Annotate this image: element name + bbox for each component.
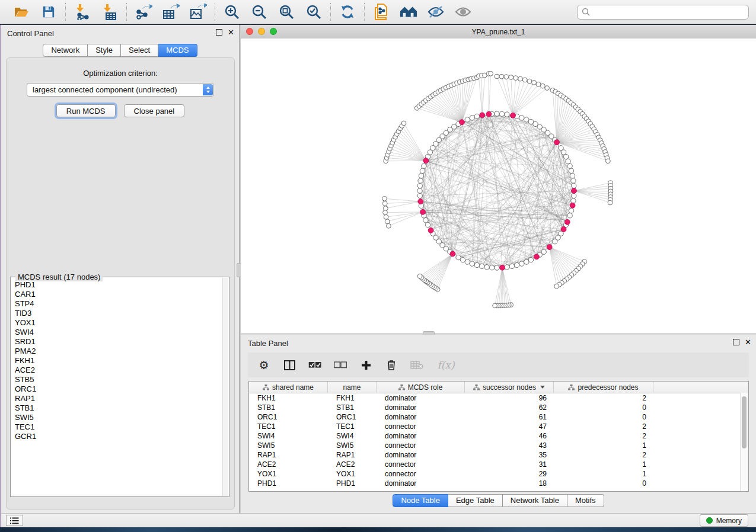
save-icon[interactable]: [40, 3, 58, 21]
column-layout-icon[interactable]: [283, 358, 296, 371]
tab-motifs[interactable]: Motifs: [567, 494, 604, 507]
float-panel-icon[interactable]: [216, 29, 222, 36]
column-type-icon: [263, 384, 269, 390]
table-scrollbar[interactable]: [740, 393, 748, 491]
delete-table-icon[interactable]: [410, 358, 423, 371]
mcds-list-scrollbar[interactable]: [222, 278, 228, 496]
tab-network[interactable]: Network: [43, 44, 88, 57]
network-documents-icon[interactable]: [372, 3, 390, 21]
zoom-fit-icon[interactable]: [277, 3, 295, 21]
task-history-button[interactable]: [6, 515, 23, 526]
table-row[interactable]: RAP1RAP1dominator352: [249, 450, 748, 460]
table-row[interactable]: SWI4SWI4dominator462: [249, 431, 748, 441]
mcds-result-item[interactable]: RAP1: [15, 394, 222, 403]
cell-successor-nodes: 31: [465, 460, 554, 469]
cell-name: ACE2: [328, 460, 377, 469]
column-type-icon: [398, 384, 405, 390]
table-row[interactable]: TEC1TEC1connector472: [249, 422, 748, 431]
column-header-MCDS-role[interactable]: MCDS role: [377, 382, 465, 393]
cell-MCDS-role: connector: [377, 470, 465, 478]
tab-network-table[interactable]: Network Table: [503, 494, 567, 507]
table-row[interactable]: STB1STB1dominator620: [249, 403, 748, 412]
table-scrollbar-thumb[interactable]: [742, 396, 747, 448]
table-row[interactable]: SWI5SWI5connector431: [249, 441, 748, 450]
network-window-titlebar[interactable]: YPA_prune.txt_1: [241, 25, 756, 39]
mcds-result-item[interactable]: ORC1: [15, 384, 222, 394]
application-window: Control Panel ✕ NetworkStyleSelectMCDS O…: [0, 0, 756, 532]
function-builder-icon[interactable]: f(x): [436, 358, 456, 371]
select-all-checkboxes-icon[interactable]: [308, 358, 321, 371]
column-header-name[interactable]: name: [328, 382, 377, 393]
tab-node-table[interactable]: Node Table: [393, 494, 448, 507]
open-folder-icon[interactable]: [12, 3, 30, 21]
mcds-result-item[interactable]: STP4: [15, 299, 222, 309]
tab-mcds[interactable]: MCDS: [158, 44, 197, 57]
column-header-predecessor-nodes[interactable]: predecessor nodes: [554, 382, 653, 393]
export-image-icon[interactable]: [189, 3, 207, 21]
hide-details-eye-icon[interactable]: [427, 3, 445, 21]
mcds-result-item[interactable]: TID3: [15, 309, 222, 318]
table-row[interactable]: YOX1YOX1connector291: [249, 469, 748, 479]
mcds-result-item[interactable]: YOX1: [15, 318, 222, 328]
cell-name: YOX1: [328, 470, 377, 478]
file-group: [5, 3, 65, 21]
table-row[interactable]: PHD1PHD1dominator180: [249, 479, 748, 488]
table-row[interactable]: ACE2ACE2connector311: [249, 460, 748, 469]
search-input[interactable]: [593, 7, 744, 17]
float-table-panel-icon[interactable]: [733, 339, 739, 345]
table-tabs: Node TableEdge TableNetwork TableMotifs: [241, 494, 756, 507]
mcds-result-list[interactable]: PHD1CAR1STP4TID3YOX1SWI4SRD1PMA2FKH1ACE2…: [11, 278, 222, 496]
tab-edge-table[interactable]: Edge Table: [448, 494, 503, 507]
search-box[interactable]: [577, 5, 749, 20]
mcds-result-item[interactable]: ACE2: [15, 366, 222, 375]
close-panel-button[interactable]: Close panel: [124, 104, 185, 117]
import-network-icon[interactable]: [74, 3, 91, 21]
cell-predecessor-nodes: 0: [554, 479, 653, 488]
mcds-result-item[interactable]: STB5: [15, 375, 222, 384]
show-details-eye-icon[interactable]: [454, 3, 472, 21]
table-row[interactable]: ORC1ORC1dominator610: [249, 412, 748, 422]
main-toolbar: [0, 0, 756, 24]
two-houses-icon[interactable]: [400, 3, 417, 21]
criterion-dropdown[interactable]: largest connected component (undirected): [27, 83, 214, 97]
mcds-result-item[interactable]: FKH1: [15, 356, 222, 366]
zoom-selected-icon[interactable]: [305, 3, 323, 21]
mcds-result-item[interactable]: PMA2: [15, 347, 222, 356]
table-row[interactable]: FKH1FKH1dominator962: [249, 393, 748, 403]
column-header-successor-nodes[interactable]: successor nodes: [465, 382, 554, 393]
cell-shared-name: STB1: [249, 403, 328, 412]
close-window-icon[interactable]: [246, 28, 253, 35]
delete-column-icon[interactable]: [385, 358, 398, 371]
add-column-icon[interactable]: [359, 358, 372, 371]
deselect-all-checkboxes-icon[interactable]: [334, 358, 347, 371]
zoom-out-icon[interactable]: [250, 3, 268, 21]
run-mcds-button[interactable]: Run MCDS: [56, 104, 116, 117]
mcds-result-item[interactable]: SWI5: [15, 413, 222, 422]
maximize-window-icon[interactable]: [270, 28, 277, 35]
close-table-panel-icon[interactable]: ✕: [745, 339, 751, 345]
mcds-result-item[interactable]: SWI4: [15, 328, 222, 337]
zoom-in-icon[interactable]: [223, 3, 241, 21]
import-table-icon[interactable]: [101, 3, 119, 21]
refresh-icon[interactable]: [339, 3, 356, 21]
memory-button[interactable]: Memory: [700, 514, 748, 527]
tab-style[interactable]: Style: [88, 44, 121, 57]
gear-icon[interactable]: ⚙: [257, 358, 270, 371]
dropdown-stepper-icon: [203, 84, 213, 95]
export-network-icon[interactable]: [135, 3, 152, 21]
mcds-result-item[interactable]: STB1: [15, 403, 222, 413]
tab-select[interactable]: Select: [121, 44, 158, 57]
export-group: [127, 3, 215, 21]
mcds-result-item[interactable]: SRD1: [15, 337, 222, 347]
mcds-result-item[interactable]: TEC1: [15, 422, 222, 432]
minimize-window-icon[interactable]: [258, 28, 265, 35]
mcds-result-item[interactable]: GCR1: [15, 432, 222, 441]
refresh-group: [331, 3, 364, 21]
mcds-result-item[interactable]: PHD1: [15, 280, 222, 290]
export-table-icon[interactable]: [162, 3, 180, 21]
mcds-result-item[interactable]: CAR1: [15, 290, 222, 299]
column-header-shared-name[interactable]: shared name: [249, 382, 328, 393]
network-canvas[interactable]: [241, 39, 756, 333]
close-panel-icon[interactable]: ✕: [228, 30, 234, 36]
cell-successor-nodes: 96: [465, 394, 554, 402]
